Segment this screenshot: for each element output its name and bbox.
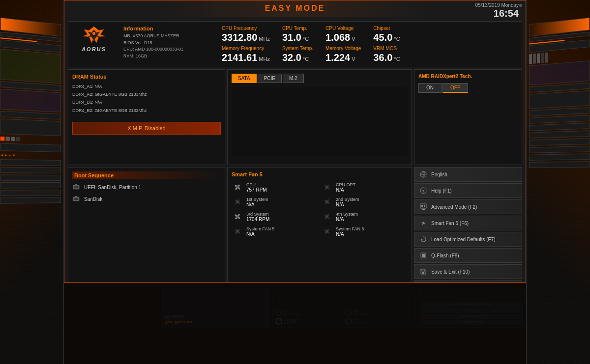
svg-rect-33: [424, 205, 425, 207]
reload-icon: [419, 235, 427, 243]
boot-item-1[interactable]: UEFI: SanDisk, Partition 1: [72, 183, 221, 191]
mb-info: MB: X570 AORUS MASTER: [123, 33, 212, 40]
time-display: 16:54: [475, 8, 519, 19]
bottom-reflection: Boot Sequence SanDisk 3rd System1704 RPM…: [64, 283, 526, 364]
cpu-temp-group: CPU Temp. 31.0 °C System Temp. 32.0 °C: [282, 26, 313, 63]
menu-qflash-label: Q-Flash (F8): [431, 253, 459, 258]
advanced-icon: [419, 203, 427, 211]
pcie-tab[interactable]: PCIE: [258, 74, 282, 83]
vrm-label: VRM MOS: [373, 46, 400, 51]
main-bios-panel: EASY MODE 05/13/2019 Monday 16:54 AORUS …: [64, 0, 526, 283]
fan-2nd-system: 2nd System N/A: [321, 196, 408, 208]
cpu-volt-unit: V: [352, 36, 355, 42]
cpu-freq-value: 3312.80: [222, 32, 257, 43]
sata-tab[interactable]: SATA: [232, 74, 257, 83]
raid-title: AMD RAIDXpert2 Tech.: [418, 74, 518, 79]
date-display: 05/13/2019 Monday: [475, 2, 519, 8]
vrm-unit: °C: [394, 56, 400, 62]
dram-slot-a2: DDR4_A2: GIGABYTE 8GB 2133Mhz: [72, 90, 221, 98]
menu-qflash[interactable]: Q-Flash (F8): [414, 248, 522, 263]
system-info-block: Information MB: X570 AORUS MASTER BIOS V…: [123, 26, 212, 59]
storage-tabs: SATA PCIE M.2: [232, 74, 408, 83]
boot-item-2[interactable]: SanDisk: [72, 195, 221, 203]
menu-smartfan[interactable]: Smart Fan 5 (F6): [414, 216, 522, 230]
fan-system-5: System FAN 5 N/A: [232, 225, 318, 237]
aorus-eagle-icon: [82, 26, 106, 45]
mem-freq-label: Memory Frequency: [222, 46, 270, 51]
boot-item-1-label: UEFI: SanDisk, Partition 1: [84, 185, 141, 190]
right-menu: English ? Help (F1): [414, 167, 522, 295]
menu-advanced[interactable]: Advanced Mode (F2): [414, 199, 522, 214]
left-side-panel: ◄ ► ▲ ▼: [0, 0, 64, 364]
fan-cpu-info: CPU 757 RPM: [246, 182, 267, 193]
fan-3rd-system-info: 3rd System 1704 RPM: [246, 212, 269, 222]
datetime-display: 05/13/2019 Monday 16:54: [475, 2, 519, 19]
boot-title: Boot Sequence: [72, 171, 221, 179]
svg-point-24: [326, 230, 328, 232]
flash-icon: [419, 252, 427, 259]
mem-volt-value: 1.224: [325, 52, 350, 63]
fan-cpu-opt-icon: [321, 181, 333, 193]
mem-freq-value: 2141.61: [222, 52, 257, 63]
menu-english[interactable]: English: [414, 167, 522, 182]
svg-rect-4: [74, 186, 78, 188]
menu-help-label: Help (F1): [431, 188, 452, 194]
mem-volt-unit: V: [352, 56, 355, 62]
menu-save-exit[interactable]: Save & Exit (F10): [414, 264, 522, 279]
fan-system-5-info: System FAN 5 N/A: [246, 226, 275, 237]
metrics-grid: CPU Frequency 3312.80 MHz Memory Frequen…: [222, 26, 516, 63]
fan-cpu-opt-info: CPU OPT N/A: [336, 182, 355, 193]
cpu-info: CPU: AMD 100-000000033-01: [123, 46, 212, 53]
fan-2nd-system-icon: [321, 196, 333, 208]
fan-2nd-system-info: 2nd System N/A: [336, 197, 359, 207]
svg-rect-31: [420, 204, 426, 208]
cpu-temp-unit: °C: [303, 36, 309, 42]
chipset-unit: °C: [394, 36, 400, 42]
svg-rect-7: [74, 198, 78, 200]
fan-cpu: CPU 757 RPM: [232, 181, 318, 193]
sys-temp-unit: °C: [303, 56, 309, 62]
svg-rect-8: [75, 196, 77, 197]
fan-4th-system-info: 4th System N/A: [336, 212, 358, 222]
cpu-temp-value: 31.0: [282, 32, 301, 43]
boot-disk-icon: [72, 195, 80, 203]
svg-point-22: [236, 230, 238, 232]
xmp-button[interactable]: X.M.P. Disabled: [72, 122, 221, 135]
menu-help[interactable]: ? Help (F1): [414, 183, 522, 198]
fan-cpu-opt: CPU OPT N/A: [321, 181, 408, 193]
m2-tab[interactable]: M.2: [283, 74, 304, 83]
svg-point-18: [236, 216, 238, 218]
svg-marker-36: [421, 239, 423, 241]
smartfan-title: Smart Fan 5: [232, 171, 408, 177]
title-bar: EASY MODE 05/13/2019 Monday 16:54: [64, 0, 526, 17]
raid-on-button[interactable]: ON: [418, 83, 442, 93]
bios-info: BIOS Ver. D15: [123, 40, 212, 47]
dram-slot-b1: DDR4_B1: N/A: [72, 98, 221, 106]
vrm-value: 36.0: [373, 52, 392, 63]
menu-advanced-label: Advanced Mode (F2): [431, 204, 477, 210]
fan-system-6-icon: [321, 225, 333, 237]
fan-4th-system-icon: [321, 211, 333, 223]
easy-mode-title: EASY MODE: [265, 4, 325, 13]
sys-temp-label: System Temp.: [282, 46, 313, 51]
fan-3rd-system-icon: [232, 211, 243, 223]
fan-grid: CPU 757 RPM: [232, 181, 408, 237]
cpu-temp-label: CPU Temp.: [282, 26, 313, 31]
fan-cpu-icon: [232, 181, 243, 193]
aorus-logo: AORUS: [74, 26, 114, 52]
system-info-panel: AORUS Information MB: X570 AORUS MASTER …: [68, 21, 522, 67]
fan-4th-system: 4th System N/A: [321, 211, 408, 223]
fan-system-6-info: System FAN 6 N/A: [336, 226, 364, 237]
dram-slot-a1: DDR4_A1: N/A: [72, 83, 221, 90]
storage-content: [232, 87, 408, 156]
fan-system-5-icon: [232, 225, 243, 237]
aorus-brand-text: AORUS: [82, 46, 106, 52]
system-info-title: Information: [123, 26, 212, 31]
sys-temp-value: 32.0: [282, 52, 301, 63]
svg-point-35: [422, 222, 424, 224]
bottom-row: Boot Sequence UEFI: SanDisk, Partition 1: [68, 167, 522, 295]
menu-load-defaults[interactable]: Load Optimized Defaults (F7): [414, 232, 522, 247]
fan-3rd-system: 3rd System 1704 RPM: [232, 211, 318, 223]
raid-off-button[interactable]: OFF: [442, 83, 468, 93]
fan-system-6: System FAN 6 N/A: [321, 225, 408, 237]
